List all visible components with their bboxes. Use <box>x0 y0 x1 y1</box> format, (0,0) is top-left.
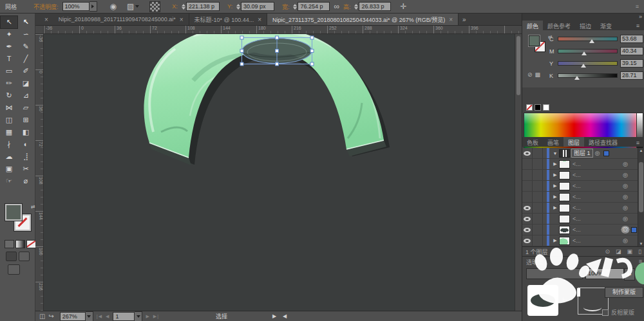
none-button[interactable] <box>26 240 36 248</box>
blend-mode-dropdown[interactable] <box>526 268 583 279</box>
symbol-sprayer-tool[interactable]: ☁ <box>1 151 17 163</box>
width-field[interactable]: 76.254 p <box>298 2 330 11</box>
scroll-left-icon[interactable]: ◀ <box>283 313 287 319</box>
share-icon[interactable]: ↪ <box>48 313 53 320</box>
layer-row[interactable]: <... ◎ <box>522 225 644 235</box>
slice-tool[interactable]: ✂ <box>17 163 34 175</box>
lock-cell[interactable] <box>533 214 543 224</box>
make-mask-icon[interactable]: ◪ <box>616 248 621 255</box>
expand-arrow-icon[interactable]: ▼ <box>551 151 559 156</box>
layer-thumbnail[interactable] <box>559 160 570 169</box>
scroll-down-icon[interactable]: ▼ <box>639 242 643 246</box>
channel-value-field[interactable]: 53.68 <box>620 35 643 43</box>
opacity-arrow-button[interactable]: ▶ <box>624 268 635 280</box>
panel-fill-swatch[interactable] <box>529 35 540 46</box>
visibility-toggle[interactable] <box>522 170 533 180</box>
artboard-tool[interactable]: ▣ <box>1 163 17 175</box>
tab-close-icon[interactable]: × <box>180 16 184 23</box>
target-icon[interactable]: ◎ <box>621 194 630 200</box>
expand-arrow-icon[interactable]: ▶ <box>551 194 559 199</box>
layer-thumbnail[interactable] <box>559 171 570 179</box>
vertical-scrollbar[interactable] <box>515 34 522 311</box>
lock-cell[interactable] <box>533 225 543 235</box>
pen-tool[interactable]: ✒ <box>1 41 17 53</box>
control-bar-menu-icon[interactable]: ≡ <box>636 3 639 10</box>
height-field[interactable]: 26.833 p <box>359 2 391 11</box>
direct-selection-tool[interactable]: ↖ <box>17 16 34 28</box>
expand-arrow-icon[interactable]: ▶ <box>551 238 559 243</box>
first-artboard-icon[interactable]: |◀ <box>97 314 102 319</box>
layer-name[interactable]: <... <box>570 172 621 178</box>
document-tab[interactable]: Nipic_27311375_20180801082504344033.ai* … <box>267 14 459 25</box>
canvas[interactable] <box>44 34 522 311</box>
hand-tool[interactable]: ☞ <box>1 175 17 187</box>
panel-tab[interactable]: 路径查找器 <box>584 137 622 147</box>
panel-tab[interactable]: 色板 <box>522 137 543 147</box>
visibility-toggle[interactable] <box>522 192 533 202</box>
layer-thumbnail[interactable] <box>559 226 570 234</box>
recolor-artwork-icon[interactable]: ▨ <box>127 2 134 11</box>
layers-scroll-thumb[interactable] <box>639 162 643 212</box>
layer-name[interactable]: 图层 1 <box>571 149 593 158</box>
visibility-toggle[interactable] <box>522 148 533 158</box>
rectangle-tool[interactable]: ▭ <box>1 65 17 77</box>
slider-thumb[interactable] <box>581 64 586 68</box>
layer-row[interactable]: ▶ <... ◎ <box>522 203 644 214</box>
y-field[interactable]: 30.09 px <box>241 2 274 11</box>
target-icon[interactable]: ◎ <box>621 161 630 167</box>
layer-name[interactable]: <... <box>570 226 621 233</box>
target-icon[interactable]: ◎ <box>621 226 630 234</box>
lock-cell[interactable] <box>533 192 543 202</box>
document-tab[interactable]: Nipic_20180988_20171119094708245000.ai* … <box>53 14 189 25</box>
scale-tool[interactable]: ⊿ <box>17 89 34 102</box>
type-tool[interactable]: T <box>1 53 17 65</box>
scroll-up-icon[interactable]: ▲ <box>639 149 643 152</box>
layer-row[interactable]: ▶ <... ◎ <box>522 192 644 203</box>
target-icon[interactable]: ◎ <box>621 183 630 189</box>
color-button[interactable] <box>5 240 14 248</box>
none-swatch[interactable] <box>526 104 533 111</box>
artboard-dropdown-button[interactable] <box>135 311 142 321</box>
selection-tool[interactable]: ↖ <box>1 16 17 28</box>
layer-name[interactable]: <... <box>570 205 621 211</box>
opacity-dropdown-button[interactable] <box>90 1 97 12</box>
eyedropper-tool[interactable]: ∤ <box>1 138 17 151</box>
target-icon[interactable]: ◎ <box>621 205 630 211</box>
visibility-toggle[interactable] <box>522 235 533 246</box>
x-field[interactable]: 221.138 p <box>186 2 220 11</box>
layer-thumbnail[interactable] <box>559 182 570 190</box>
layer-row[interactable]: ▶ <... ◎ <box>522 170 644 181</box>
layer-thumbnail[interactable] <box>559 237 570 245</box>
gradient-button[interactable] <box>15 240 25 248</box>
color-panel-mini-icons[interactable]: ⊘▩ <box>527 71 543 78</box>
layer-row[interactable]: ▶ <... ◎ <box>522 235 644 246</box>
channel-slider[interactable] <box>558 49 618 53</box>
lasso-tool[interactable]: ∽ <box>17 28 34 41</box>
close-icon[interactable]: × <box>44 16 48 23</box>
panel-tab[interactable]: 画笔 <box>543 137 564 147</box>
magic-wand-tool[interactable]: ✦ <box>1 28 17 41</box>
collapse-panels-icon[interactable]: » <box>639 14 642 20</box>
x-stepper[interactable] <box>182 4 185 10</box>
slider-thumb[interactable] <box>582 51 587 55</box>
layer-row[interactable]: ▶ <... ◎ <box>522 181 644 192</box>
graph-tool[interactable]: ⣸ <box>17 151 34 163</box>
zoom-dropdown-button[interactable] <box>86 311 93 321</box>
layer-thumbnail[interactable] <box>559 193 570 201</box>
layer-thumbnail[interactable] <box>559 204 570 212</box>
layer-thumbnail[interactable] <box>559 215 570 223</box>
target-icon[interactable]: ◎ <box>621 237 630 244</box>
layers-scrollbar[interactable]: ▲ ▼ <box>638 148 644 246</box>
locate-object-icon[interactable]: ⊙ <box>605 248 610 255</box>
invert-mask-checkbox[interactable] <box>602 309 609 316</box>
layer-name[interactable]: <... <box>570 161 621 167</box>
expand-arrow-icon[interactable]: ▶ <box>551 161 559 167</box>
channel-slider[interactable] <box>558 61 618 66</box>
pattern-icon[interactable] <box>149 1 160 12</box>
link-dimensions-icon[interactable]: ∞ <box>334 2 339 11</box>
ruler-corner[interactable] <box>35 26 44 34</box>
width-tool[interactable]: ⋈ <box>1 102 17 114</box>
panel-tab[interactable]: 渐变 <box>596 21 616 30</box>
horizontal-ruler[interactable]: -3603672108144180216252288324360396 <box>44 26 522 34</box>
style-icon[interactable]: ◉ <box>110 2 117 11</box>
